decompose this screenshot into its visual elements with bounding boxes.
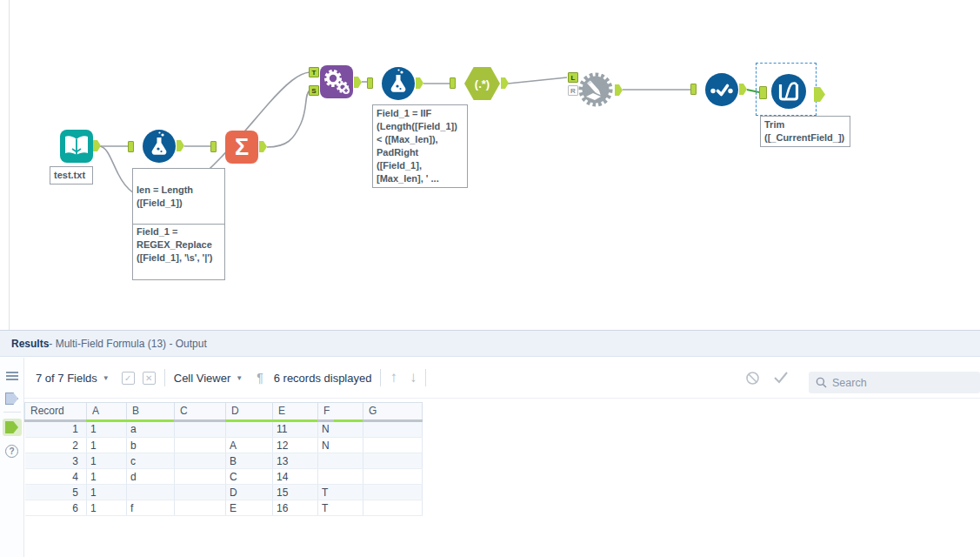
cell[interactable]: 1	[87, 422, 127, 438]
cell[interactable]: 1	[87, 453, 127, 469]
deselect-fields-icon[interactable]: ✕	[143, 372, 156, 385]
tool-formula-1[interactable]	[143, 130, 176, 163]
connection-wires[interactable]	[0, 0, 980, 330]
search-input[interactable]	[832, 377, 963, 389]
cell[interactable]	[363, 500, 423, 516]
cell[interactable]	[318, 469, 363, 485]
pilcrow-icon[interactable]: ¶	[257, 371, 263, 385]
tool-dynamic-rename[interactable]	[577, 71, 614, 108]
dynamic-rename-output-anchor[interactable]	[615, 84, 623, 96]
cell[interactable]	[318, 453, 363, 469]
cell[interactable]: E	[226, 500, 273, 516]
cell[interactable]: 16	[273, 500, 318, 516]
cell[interactable]: N	[318, 422, 363, 438]
column-header-record[interactable]: Record	[25, 403, 87, 422]
no-symbol-icon[interactable]	[745, 371, 760, 386]
select-input-anchor[interactable]	[690, 84, 697, 95]
chevron-down-icon[interactable]: ▼	[103, 374, 110, 382]
cell[interactable]	[175, 500, 226, 516]
cell[interactable]: T	[318, 500, 363, 516]
cell[interactable]	[363, 469, 423, 485]
cell[interactable]: N	[318, 438, 363, 453]
cell[interactable]	[175, 438, 226, 453]
record-number[interactable]: 3	[25, 453, 87, 469]
output-anchor-icon[interactable]	[3, 419, 22, 436]
formula1-input-anchor[interactable]	[128, 141, 134, 152]
metadata-list-icon[interactable]	[4, 369, 20, 383]
column-header-b[interactable]: B	[127, 403, 175, 422]
tool-input-data[interactable]	[60, 130, 93, 163]
multi-field-formula-output-anchor[interactable]	[814, 87, 825, 102]
cell[interactable]	[175, 485, 226, 500]
dynamic-rename-R-anchor[interactable]: R	[568, 85, 578, 96]
tool-formula-2[interactable]	[382, 67, 415, 100]
cell[interactable]: 1	[87, 500, 127, 516]
annotation-multi-field-formula[interactable]: Trim ([_CurrentField_])	[760, 116, 850, 147]
cell[interactable]: D	[226, 485, 273, 500]
cell[interactable]	[363, 453, 423, 469]
formula2-output-anchor[interactable]	[416, 77, 423, 89]
tool-summarize[interactable]: Σ	[225, 131, 258, 164]
column-header-g[interactable]: G	[363, 403, 423, 422]
cell[interactable]: A	[226, 438, 273, 453]
cell[interactable]: 1	[87, 469, 127, 485]
record-number[interactable]: 5	[25, 485, 87, 500]
cell[interactable]: a	[127, 422, 175, 438]
cell[interactable]	[175, 453, 226, 469]
annotation-formula-1[interactable]: len = Length ([Field_1]) Field_1 = REGEX…	[132, 168, 225, 280]
search-box[interactable]	[809, 372, 980, 393]
column-header-e[interactable]: E	[273, 403, 318, 422]
cell[interactable]: b	[127, 438, 175, 453]
cell[interactable]	[127, 485, 175, 500]
cell[interactable]	[226, 422, 273, 438]
formula2-input-anchor[interactable]	[367, 77, 373, 89]
cell[interactable]: 13	[273, 453, 318, 469]
dynamic-rename-L-anchor[interactable]: L	[568, 72, 578, 83]
multi-field-formula-input-anchor[interactable]	[759, 86, 767, 99]
tool-regex[interactable]: (.*)	[464, 67, 500, 100]
summarize-output-anchor[interactable]	[259, 141, 267, 152]
column-header-d[interactable]: D	[226, 403, 273, 422]
cell[interactable]: 12	[273, 438, 318, 453]
column-header-f[interactable]: F	[318, 403, 363, 422]
fields-summary-dropdown[interactable]: 7 of 7 Fields	[36, 372, 97, 385]
regex-output-anchor[interactable]	[501, 77, 509, 89]
cell[interactable]	[175, 469, 226, 485]
column-header-a[interactable]: A	[87, 403, 127, 422]
prev-record-icon[interactable]: ↑	[390, 369, 397, 386]
select-output-anchor[interactable]	[739, 84, 747, 95]
record-number[interactable]: 2	[25, 438, 87, 453]
cell[interactable]: 11	[273, 422, 318, 438]
workflow-canvas[interactable]: Σ T S	[0, 0, 980, 330]
apply-check-icon[interactable]	[772, 371, 790, 385]
annotation-input-data[interactable]: test.txt	[50, 166, 93, 185]
record-number[interactable]: 6	[25, 500, 87, 516]
regex-input-anchor[interactable]	[450, 77, 456, 89]
tool-select[interactable]	[705, 73, 738, 106]
select-fields-check-icon[interactable]: ✓	[122, 372, 135, 385]
input-data-output-anchor[interactable]	[93, 140, 101, 151]
help-icon[interactable]: ?	[4, 444, 20, 458]
tool-multi-field-formula[interactable]	[771, 74, 806, 109]
cell[interactable]: 1	[87, 438, 127, 453]
cell[interactable]: B	[226, 453, 273, 469]
append-fields-output-anchor[interactable]	[354, 77, 362, 88]
cell[interactable]: c	[127, 453, 175, 469]
input-anchor-icon[interactable]	[4, 392, 20, 406]
cell[interactable]: 14	[273, 469, 318, 485]
cell[interactable]	[363, 438, 423, 453]
cell[interactable]	[175, 422, 226, 438]
append-fields-S-anchor[interactable]: S	[309, 85, 319, 96]
cell-viewer-dropdown[interactable]: Cell Viewer	[174, 372, 231, 385]
cell[interactable]: 15	[273, 485, 318, 500]
tool-append-fields[interactable]	[320, 65, 353, 98]
cell[interactable]: 1	[87, 485, 127, 500]
formula1-output-anchor[interactable]	[177, 140, 184, 151]
cell[interactable]	[363, 485, 423, 500]
cell[interactable]: C	[226, 469, 273, 485]
append-fields-T-anchor[interactable]: T	[309, 67, 319, 77]
record-number[interactable]: 4	[25, 469, 87, 485]
column-header-c[interactable]: C	[175, 403, 226, 422]
cell[interactable]	[363, 422, 423, 438]
cell[interactable]: T	[318, 485, 363, 500]
